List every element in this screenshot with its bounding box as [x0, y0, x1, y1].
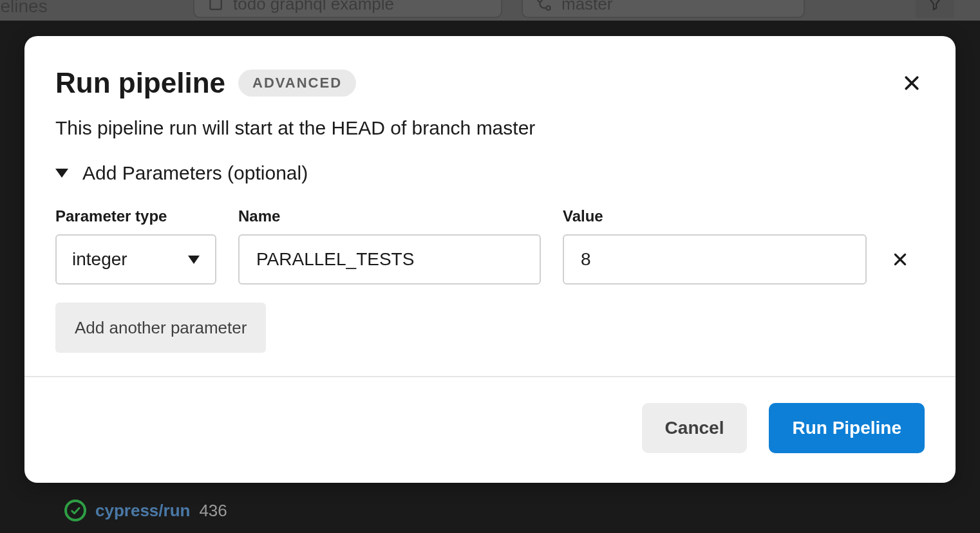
column-label-type: Parameter type	[55, 207, 216, 225]
close-icon	[902, 73, 921, 93]
remove-parameter-button[interactable]	[889, 248, 912, 271]
modal-footer: Cancel Run Pipeline	[24, 376, 956, 483]
close-icon	[892, 251, 909, 268]
run-pipeline-modal: Run pipeline ADVANCED This pipeline run …	[24, 36, 956, 483]
job-number: 436	[199, 501, 227, 521]
background-list-row: cypress/run 436	[64, 500, 227, 521]
parameter-type-select[interactable]: integer	[55, 234, 216, 285]
add-parameter-button[interactable]: Add another parameter	[55, 303, 266, 353]
column-label-value: Value	[563, 207, 867, 225]
close-button[interactable]	[899, 70, 925, 96]
parameter-name-input[interactable]	[238, 234, 541, 285]
run-pipeline-button[interactable]: Run Pipeline	[769, 403, 925, 453]
parameter-value-input[interactable]	[563, 234, 867, 285]
chevron-down-icon	[55, 169, 68, 178]
cancel-button[interactable]: Cancel	[642, 403, 748, 453]
parameter-type-value: integer	[72, 249, 127, 270]
parameters-toggle-label: Add Parameters (optional)	[82, 162, 308, 184]
advanced-badge: ADVANCED	[238, 70, 356, 97]
modal-subtitle: This pipeline run will start at the HEAD…	[55, 117, 925, 139]
parameter-columns-header: Parameter type Name Value	[55, 207, 925, 225]
modal-title: Run pipeline	[55, 67, 225, 99]
job-link[interactable]: cypress/run	[95, 501, 190, 521]
parameter-row: integer	[55, 234, 925, 285]
chevron-down-icon	[188, 256, 200, 264]
column-label-name: Name	[238, 207, 541, 225]
status-success-icon	[64, 500, 86, 521]
parameters-toggle[interactable]: Add Parameters (optional)	[55, 162, 925, 184]
